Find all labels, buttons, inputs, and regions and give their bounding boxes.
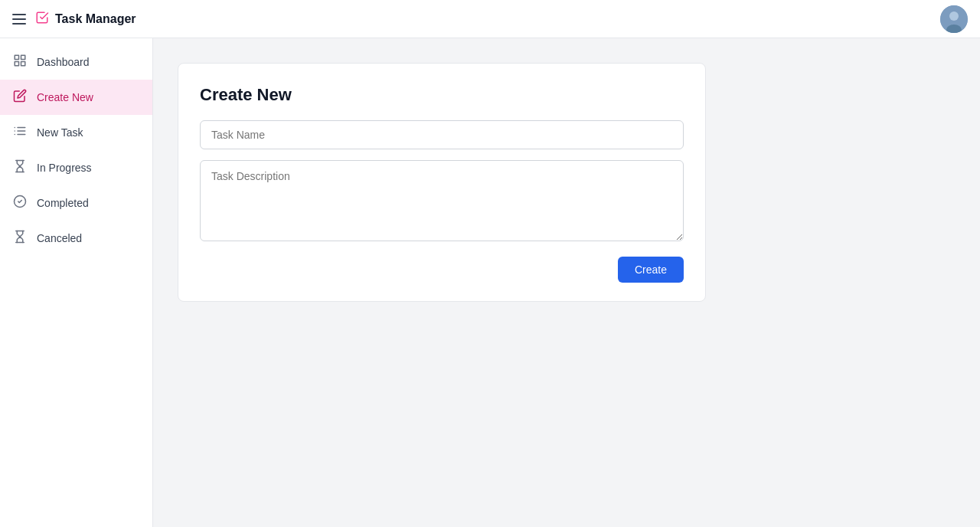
card-title: Create New [200,85,684,105]
content-area: Create New Create [153,38,980,527]
app-title-container: Task Manager [35,11,136,28]
hamburger-menu-button[interactable] [12,14,26,25]
svg-point-1 [949,11,959,21]
edit-icon [12,89,28,106]
sidebar-item-in-progress-label: In Progress [37,162,140,174]
sidebar-item-completed-label: Completed [37,197,140,209]
svg-rect-6 [21,62,25,66]
list-icon [12,124,28,141]
app-icon [35,11,49,28]
task-name-group [200,120,684,149]
sidebar-item-create-new[interactable]: Create New [0,80,152,115]
app-title: Task Manager [55,12,136,26]
hourglass-icon [12,159,28,176]
sidebar-item-in-progress[interactable]: In Progress [0,150,152,185]
sidebar-item-new-task-label: New Task [37,126,140,139]
task-description-input[interactable] [200,160,684,241]
task-name-input[interactable] [200,120,684,149]
main-layout: Dashboard Create New [0,38,980,527]
create-new-card: Create New Create [178,63,706,302]
task-description-group [200,160,684,244]
sidebar-item-new-task[interactable]: New Task [0,115,152,150]
create-button[interactable]: Create [618,257,684,283]
sidebar-item-dashboard-label: Dashboard [37,56,140,68]
sidebar-item-canceled[interactable]: Canceled [0,221,152,256]
sidebar-item-canceled-label: Canceled [37,232,140,244]
app-header: Task Manager [0,0,980,38]
circle-check-icon [12,195,28,211]
sidebar-item-dashboard[interactable]: Dashboard [0,44,152,80]
dashboard-icon [12,54,28,70]
hourglass-x-icon [12,230,28,247]
form-footer: Create [200,257,684,283]
sidebar-item-completed[interactable]: Completed [0,185,152,221]
svg-rect-4 [21,55,25,59]
sidebar-item-create-new-label: Create New [37,91,140,103]
svg-rect-5 [15,62,18,66]
svg-rect-3 [15,55,18,59]
header-left: Task Manager [12,11,136,28]
sidebar: Dashboard Create New [0,38,153,527]
avatar[interactable] [940,5,968,33]
